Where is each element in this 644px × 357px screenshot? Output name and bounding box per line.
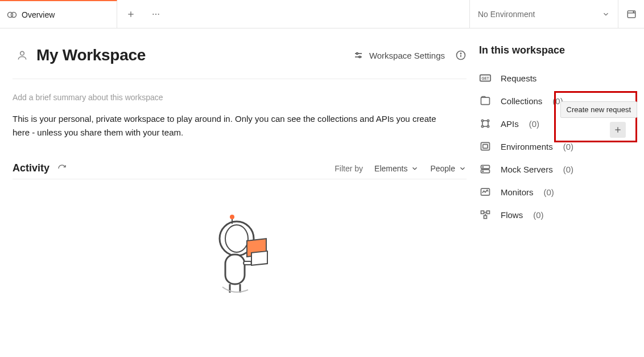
- svg-point-43: [482, 167, 483, 167]
- tab-more-button[interactable]: [145, 3, 167, 26]
- svg-point-34: [487, 125, 489, 127]
- svg-point-21: [225, 225, 248, 252]
- environment-selected-label: No Environment: [478, 10, 535, 19]
- svg-point-6: [158, 13, 159, 14]
- svg-point-32: [487, 120, 489, 121]
- svg-rect-30: [481, 97, 490, 105]
- sidebar-item-label: Mock Servers: [501, 165, 553, 174]
- environment-icon: [479, 140, 492, 153]
- sidebar-item-label: Requests: [501, 73, 536, 83]
- folder-icon: [479, 95, 492, 107]
- tab-overview[interactable]: Overview: [0, 0, 117, 28]
- sidebar-item-environments[interactable]: Environments(0): [479, 135, 631, 158]
- sidebar-item-label: APIs: [501, 119, 519, 129]
- workspace-title: My Workspace: [36, 46, 146, 64]
- svg-rect-48: [484, 216, 487, 219]
- svg-rect-26: [251, 251, 267, 265]
- svg-point-12: [356, 53, 358, 55]
- content: My Workspace Workspace Settings Add a br…: [0, 28, 479, 296]
- monitor-icon: [479, 186, 492, 198]
- filter-by-label: Filter by: [335, 164, 363, 173]
- new-tab-button[interactable]: [119, 3, 142, 26]
- svg-point-4: [152, 13, 154, 14]
- get-badge-icon: GET: [479, 72, 492, 84]
- svg-rect-22: [225, 255, 245, 284]
- workspace-settings-button[interactable]: Workspace Settings: [353, 50, 445, 60]
- sidebar-item-flows[interactable]: Flows(0): [479, 203, 631, 226]
- empty-state-illustration: [13, 210, 467, 296]
- workspace-header: My Workspace Workspace Settings: [13, 28, 467, 79]
- main-area: My Workspace Workspace Settings Add a br…: [0, 28, 644, 296]
- info-icon[interactable]: [455, 50, 467, 61]
- summary-placeholder[interactable]: Add a brief summary about this workspace: [13, 93, 467, 102]
- sidebar-item-count: (0): [533, 210, 543, 220]
- activity-title: Activity: [13, 162, 49, 174]
- filter-elements-label: Elements: [374, 164, 407, 173]
- activity-header: Activity Filter by Elements People: [13, 162, 467, 179]
- sidebar-item-count: (0): [529, 119, 539, 129]
- sliders-icon: [353, 50, 364, 60]
- filter-elements-dropdown[interactable]: Elements: [374, 164, 419, 173]
- api-icon: [479, 117, 492, 130]
- svg-rect-39: [481, 142, 490, 150]
- sidebar-item-label: Environments: [501, 142, 553, 151]
- chevron-down-icon: [459, 165, 467, 173]
- workspace-description: This is your personal, private workspace…: [13, 112, 445, 139]
- filter-people-label: People: [430, 164, 455, 173]
- sidebar-item-requests[interactable]: GET Requests: [479, 67, 631, 89]
- environment-selector[interactable]: No Environment: [470, 10, 618, 19]
- svg-rect-27: [243, 261, 251, 265]
- plus-icon: [613, 125, 622, 134]
- sidebar-item-count: (0): [544, 187, 554, 197]
- right-sidebar: In this workspace GET Requests Collectio…: [479, 28, 644, 296]
- svg-point-9: [633, 11, 634, 12]
- workspace-settings-label: Workspace Settings: [369, 51, 445, 60]
- overview-icon: [7, 10, 17, 20]
- filter-people-dropdown[interactable]: People: [430, 164, 467, 173]
- svg-text:GET: GET: [482, 76, 489, 80]
- tab-overview-label: Overview: [22, 10, 55, 19]
- sidebar-item-count: (0): [563, 165, 573, 174]
- environment-quicklook-button[interactable]: [618, 0, 644, 28]
- svg-rect-46: [481, 211, 484, 214]
- svg-rect-47: [487, 211, 490, 214]
- svg-rect-40: [483, 145, 488, 149]
- sidebar-item-label: Collections: [501, 96, 542, 106]
- environment-area: No Environment: [469, 0, 644, 28]
- svg-point-44: [482, 171, 483, 171]
- header-right: Workspace Settings: [353, 50, 467, 61]
- svg-point-33: [481, 125, 483, 127]
- chevron-down-icon: [411, 165, 419, 173]
- svg-point-10: [20, 51, 24, 55]
- chevron-down-icon: [602, 10, 610, 18]
- tab-bar: Overview No Environment: [0, 0, 644, 28]
- activity-filters: Filter by Elements People: [335, 164, 467, 173]
- refresh-icon[interactable]: [57, 164, 67, 173]
- flows-icon: [479, 208, 492, 221]
- svg-point-31: [481, 120, 483, 121]
- create-request-button[interactable]: [610, 122, 626, 138]
- svg-point-17: [460, 53, 461, 54]
- sidebar-item-count: (0): [563, 142, 573, 151]
- create-request-tooltip: Create new request: [560, 101, 637, 118]
- person-icon: [13, 46, 32, 65]
- sidebar-item-mock-servers[interactable]: Mock Servers(0): [479, 158, 631, 180]
- svg-point-5: [155, 13, 156, 14]
- svg-point-1: [11, 12, 16, 17]
- svg-point-18: [230, 215, 234, 219]
- svg-point-14: [359, 56, 361, 58]
- sidebar-item-label: Flows: [501, 210, 523, 220]
- sidebar-item-monitors[interactable]: Monitors(0): [479, 180, 631, 203]
- tab-actions: [117, 0, 167, 28]
- server-icon: [479, 163, 492, 175]
- in-this-workspace-title: In this workspace: [479, 44, 631, 56]
- sidebar-item-label: Monitors: [501, 187, 534, 197]
